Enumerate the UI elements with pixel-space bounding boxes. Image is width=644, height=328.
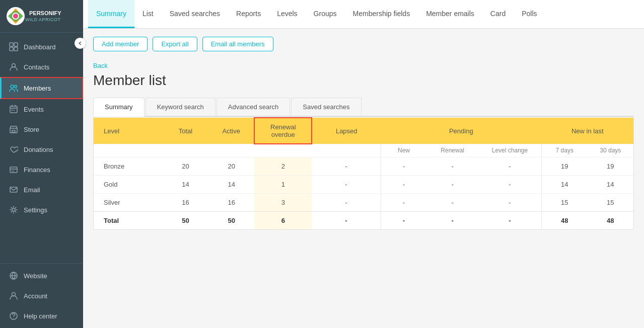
- new30-gold[interactable]: 14: [588, 176, 633, 194]
- p-renewal-gold: -: [426, 176, 478, 194]
- col-header-renewal: Renewal overdue: [254, 118, 312, 144]
- tab-membership-fields[interactable]: Membership fields: [345, 0, 418, 28]
- sidebar-item-donations[interactable]: Donations: [0, 139, 83, 159]
- tab-member-emails[interactable]: Member emails: [418, 0, 482, 28]
- table-row: Silver 16 16 3 - - - - 15 15: [94, 194, 633, 212]
- p-level-bronze: -: [478, 157, 541, 176]
- inner-tab-saved[interactable]: Saved searches: [291, 98, 361, 116]
- sidebar-item-dashboard[interactable]: Dashboard: [0, 37, 83, 57]
- active-bronze[interactable]: 20: [208, 157, 254, 176]
- svg-rect-6: [14, 47, 18, 51]
- sidebar-item-events-label: Events: [24, 106, 44, 113]
- add-member-button[interactable]: Add member: [93, 37, 148, 51]
- label-total: Total: [94, 212, 163, 230]
- svg-point-16: [13, 171, 14, 172]
- email-all-button[interactable]: Email all members: [202, 37, 273, 51]
- renewal-bronze[interactable]: 2: [254, 157, 312, 176]
- sidebar-item-account[interactable]: Account: [0, 286, 83, 306]
- inner-tab-advanced[interactable]: Advanced search: [217, 98, 290, 116]
- events-icon: [9, 104, 19, 114]
- sidebar-item-finances-label: Finances: [24, 166, 50, 174]
- tab-polls[interactable]: Polls: [514, 0, 545, 28]
- new7-silver[interactable]: 15: [541, 194, 587, 212]
- logo-text-block: Personify Wild Apricot: [25, 10, 61, 22]
- active-gold[interactable]: 14: [208, 176, 254, 194]
- p-renewal-bronze: -: [426, 157, 478, 176]
- sub-pending-new: New: [381, 144, 426, 157]
- renewal-gold[interactable]: 1: [254, 176, 312, 194]
- svg-rect-12: [14, 110, 15, 111]
- sidebar-item-finances[interactable]: Finances: [0, 159, 83, 180]
- new30-silver[interactable]: 15: [588, 194, 633, 212]
- export-all-button[interactable]: Export all: [153, 37, 197, 51]
- col-header-lapsed: Lapsed: [312, 118, 381, 144]
- total-silver[interactable]: 16: [163, 194, 208, 212]
- col-header-active: Active: [208, 118, 254, 144]
- lapsed-bronze: -: [312, 157, 381, 176]
- store-icon: [9, 124, 19, 134]
- svg-point-15: [12, 171, 13, 172]
- new7-total[interactable]: 48: [541, 212, 587, 230]
- p-new-total: -: [381, 212, 426, 230]
- new7-gold[interactable]: 14: [541, 176, 587, 194]
- chevron-left-icon: [78, 41, 83, 46]
- account-icon: [9, 291, 19, 301]
- dashboard-icon: [9, 42, 19, 52]
- new30-bronze[interactable]: 19: [588, 157, 633, 176]
- table-row: Bronze 20 20 2 - - - - 19 19: [94, 157, 633, 176]
- sidebar-item-email[interactable]: Email: [0, 180, 83, 200]
- sidebar-item-contacts[interactable]: Contacts: [0, 57, 83, 77]
- donations-icon: [9, 144, 19, 154]
- sidebar-item-members[interactable]: Members: [0, 77, 83, 99]
- new30-total[interactable]: 48: [588, 212, 633, 230]
- total-bronze[interactable]: 20: [163, 157, 208, 176]
- tab-groups[interactable]: Groups: [306, 0, 345, 28]
- total-total[interactable]: 50: [163, 212, 208, 230]
- sidebar-nav: Dashboard Contacts Members: [0, 33, 83, 263]
- inner-tab-summary[interactable]: Summary: [93, 98, 145, 117]
- sidebar-item-donations-label: Donations: [24, 146, 53, 153]
- sidebar-item-members-label: Members: [24, 85, 51, 92]
- new7-bronze[interactable]: 19: [541, 157, 587, 176]
- sidebar-bottom: Website Account Help center: [0, 263, 83, 328]
- col-header-new: New in last: [541, 118, 633, 144]
- inner-tab-keyword[interactable]: Keyword search: [146, 98, 216, 116]
- col-header-total: Total: [163, 118, 208, 144]
- svg-point-22: [13, 317, 14, 318]
- sidebar-item-events[interactable]: Events: [0, 99, 83, 119]
- p-renewal-silver: -: [426, 194, 478, 212]
- app-name: Personify: [29, 10, 61, 17]
- total-gold[interactable]: 14: [163, 176, 208, 194]
- lapsed-gold: -: [312, 176, 381, 194]
- table-row: Gold 14 14 1 - - - - 14 14: [94, 176, 633, 194]
- svg-rect-4: [14, 43, 18, 46]
- tab-summary[interactable]: Summary: [88, 0, 134, 28]
- back-link[interactable]: Back: [93, 62, 108, 69]
- sidebar-item-website[interactable]: Website: [0, 266, 83, 286]
- active-silver[interactable]: 16: [208, 194, 254, 212]
- tab-card[interactable]: Card: [482, 0, 514, 28]
- sidebar-item-store[interactable]: Store: [0, 119, 83, 139]
- sidebar-item-help[interactable]: Help center: [0, 306, 83, 326]
- tab-levels[interactable]: Levels: [269, 0, 305, 28]
- sidebar-item-help-label: Help center: [24, 312, 57, 320]
- sidebar-item-dashboard-label: Dashboard: [24, 43, 56, 51]
- tab-saved-searches[interactable]: Saved searches: [162, 0, 228, 28]
- active-total[interactable]: 50: [208, 212, 254, 230]
- level-bronze: Bronze: [94, 157, 163, 176]
- svg-rect-3: [10, 43, 13, 46]
- svg-point-18: [12, 208, 15, 211]
- help-icon: [9, 311, 19, 321]
- p-level-gold: -: [478, 176, 541, 194]
- tab-reports[interactable]: Reports: [228, 0, 269, 28]
- action-bar: Add member Export all Email all members: [93, 37, 634, 51]
- sidebar-item-website-label: Website: [24, 272, 47, 280]
- tab-list[interactable]: List: [134, 0, 162, 28]
- sidebar-item-account-label: Account: [24, 292, 47, 300]
- sidebar-collapse-button[interactable]: [75, 38, 86, 49]
- renewal-silver[interactable]: 3: [254, 194, 312, 212]
- p-renewal-total: -: [426, 212, 478, 230]
- sidebar-item-settings[interactable]: Settings: [0, 200, 83, 220]
- settings-icon: [9, 205, 19, 215]
- renewal-total[interactable]: 6: [254, 212, 312, 230]
